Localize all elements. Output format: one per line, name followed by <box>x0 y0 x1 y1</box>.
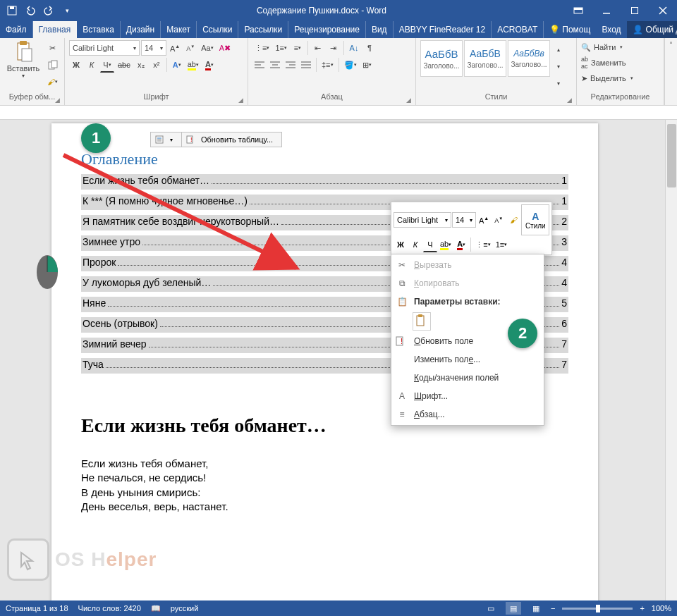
tab-acrobat[interactable]: ACROBAT <box>492 21 544 38</box>
tab-mailings[interactable]: Рассылки <box>238 21 288 38</box>
copy-button[interactable] <box>45 57 60 73</box>
find-button[interactable]: 🔍Найти▾ <box>581 40 633 54</box>
tab-home[interactable]: Главная <box>33 21 78 38</box>
scrollbar-thumb[interactable] <box>667 124 676 187</box>
styles-scroll-up[interactable]: ▴ <box>551 42 566 57</box>
clear-formatting-button[interactable]: A✖ <box>217 40 233 56</box>
align-left-button[interactable] <box>252 57 267 73</box>
tab-finereader[interactable]: ABBYY FineReader 12 <box>394 21 492 38</box>
style-heading1[interactable]: АаБбВЗаголово... <box>420 40 463 77</box>
select-button[interactable]: ➤Выделить▾ <box>581 71 633 85</box>
qat-customize-icon[interactable]: ▾ <box>59 3 75 18</box>
bullets-button[interactable]: ⋮≡▾ <box>252 40 272 56</box>
styles-scroll-down[interactable]: ▾ <box>551 58 566 74</box>
font-launcher-icon[interactable]: ◢ <box>238 97 243 104</box>
align-right-button[interactable] <box>283 57 298 73</box>
font-size-combo[interactable]: 14▾ <box>141 40 166 56</box>
mini-font-size[interactable]: 14▾ <box>452 212 476 228</box>
ctx-paste-keep-source[interactable] <box>413 312 431 331</box>
tab-view[interactable]: Вид <box>366 21 394 38</box>
view-web-layout[interactable]: ▦ <box>528 602 544 615</box>
shading-button[interactable]: 🪣▾ <box>342 57 359 73</box>
increase-indent-button[interactable]: ⇥ <box>327 40 341 56</box>
mini-highlight[interactable]: ab▾ <box>438 237 453 252</box>
vertical-scrollbar[interactable] <box>665 120 677 600</box>
view-read-mode[interactable]: ▭ <box>483 602 499 615</box>
sort-button[interactable]: A↓ <box>347 40 361 56</box>
styles-launcher-icon[interactable]: ◢ <box>567 97 572 104</box>
close-icon[interactable] <box>649 0 677 21</box>
status-proofing-icon[interactable]: 📖 <box>151 604 161 613</box>
line-spacing-button[interactable]: ‡≡▾ <box>319 57 336 73</box>
mini-numbering[interactable]: 1≡▾ <box>494 237 510 252</box>
toc-entry[interactable]: Если жизнь тебя обманет…1 <box>81 174 568 190</box>
collapse-ribbon-button[interactable]: ˄ <box>664 38 677 105</box>
justify-button[interactable] <box>299 57 313 73</box>
ctx-font[interactable]: AШрифт... <box>391 387 544 405</box>
borders-button[interactable]: ⊞▾ <box>360 57 374 73</box>
bold-button[interactable]: Ж <box>69 57 83 73</box>
mini-bold[interactable]: Ж <box>394 237 408 252</box>
numbering-button[interactable]: 1≡▾ <box>273 40 289 56</box>
zoom-out-button[interactable]: − <box>551 604 555 612</box>
shrink-font-button[interactable]: A▼ <box>183 40 197 56</box>
undo-icon[interactable] <box>23 3 38 18</box>
ribbon-display-icon[interactable] <box>564 0 592 21</box>
format-painter-button[interactable]: 🖌▾ <box>45 74 60 90</box>
clipboard-launcher-icon[interactable]: ◢ <box>55 97 60 104</box>
replace-button[interactable]: abacЗаменить <box>581 56 633 70</box>
mini-styles-button[interactable]: AСтили <box>521 204 549 235</box>
style-heading2[interactable]: АаБбВЗаголово... <box>464 40 506 77</box>
redo-icon[interactable] <box>41 3 56 18</box>
tab-insert[interactable]: Вставка <box>77 21 121 38</box>
style-heading3[interactable]: АаБбВвЗаголово... <box>508 40 550 77</box>
subscript-button[interactable]: x₂ <box>134 57 148 73</box>
paragraph-launcher-icon[interactable]: ◢ <box>406 97 411 104</box>
ctx-paragraph[interactable]: ≡Абзац... <box>391 405 544 424</box>
mini-font-color[interactable]: A▾ <box>454 237 468 252</box>
decrease-indent-button[interactable]: ⇤ <box>311 40 325 56</box>
zoom-level[interactable]: 100% <box>652 604 671 612</box>
status-page[interactable]: Страница 1 из 18 <box>6 604 68 612</box>
grow-font-button[interactable]: A▲ <box>168 40 182 56</box>
mini-underline[interactable]: Ч <box>423 237 437 252</box>
view-print-layout[interactable]: ▤ <box>506 602 521 615</box>
ctx-edit-field[interactable]: Изменить поле... <box>391 350 544 369</box>
zoom-slider[interactable] <box>562 608 633 610</box>
zoom-in-button[interactable]: + <box>640 604 644 612</box>
tab-review[interactable]: Рецензирование <box>288 21 366 38</box>
text-effects-button[interactable]: A▾ <box>170 57 184 73</box>
styles-expand[interactable]: ▾ <box>551 75 566 91</box>
tell-me[interactable]: 💡Помощ <box>544 21 596 38</box>
superscript-button[interactable]: x² <box>150 57 164 73</box>
maximize-icon[interactable] <box>621 0 649 21</box>
save-icon[interactable] <box>4 3 20 18</box>
underline-button[interactable]: Ч▾ <box>100 57 114 73</box>
toc-menu-button[interactable]: ▾ <box>151 133 182 147</box>
strikethrough-button[interactable]: abc <box>116 57 133 73</box>
minimize-icon[interactable] <box>592 0 621 21</box>
multilevel-button[interactable]: ≡▾ <box>291 40 305 56</box>
mini-shrink-font[interactable]: A▼ <box>492 212 506 228</box>
mini-font-family[interactable]: Calibri Light▾ <box>394 212 451 228</box>
tab-file[interactable]: Файл <box>0 21 33 38</box>
toc-update-button[interactable]: !Обновить таблицу... <box>182 133 281 147</box>
tab-references[interactable]: Ссылки <box>197 21 238 38</box>
sign-in[interactable]: Вход <box>596 21 626 38</box>
paste-button[interactable]: Вставить ▾ <box>4 40 42 79</box>
font-color-button[interactable]: A▾ <box>202 57 216 73</box>
mini-format-painter[interactable]: 🖌 <box>506 212 520 228</box>
italic-button[interactable]: К <box>85 57 99 73</box>
ctx-field-codes[interactable]: Коды/значения полей <box>391 369 544 387</box>
status-language[interactable]: русский <box>171 604 198 612</box>
align-center-button[interactable] <box>268 57 282 73</box>
tab-layout[interactable]: Макет <box>161 21 197 38</box>
mini-italic[interactable]: К <box>408 237 422 252</box>
font-family-combo[interactable]: Calibri Light▾ <box>69 40 140 56</box>
change-case-button[interactable]: Aa▾ <box>199 40 215 56</box>
show-marks-button[interactable]: ¶ <box>362 40 377 56</box>
tab-design[interactable]: Дизайн <box>121 21 161 38</box>
share-button[interactable]: 👤Общий доступ <box>627 21 677 38</box>
mini-bullets[interactable]: ⋮≡▾ <box>473 237 492 252</box>
status-words[interactable]: Число слов: 2420 <box>78 604 141 612</box>
